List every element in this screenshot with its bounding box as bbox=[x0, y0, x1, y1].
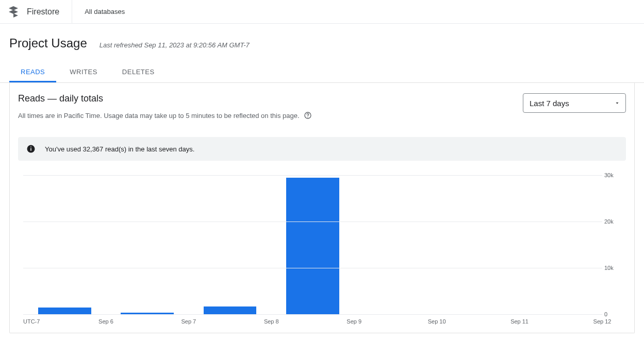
tab-reads[interactable]: READS bbox=[9, 64, 56, 82]
chart-y-tick: 0 bbox=[604, 311, 625, 317]
chart-bars-layer bbox=[23, 175, 602, 314]
chart-y-tick: 30k bbox=[604, 172, 625, 178]
chart-y-tick: 20k bbox=[604, 218, 625, 225]
brand-block: Firestore bbox=[7, 0, 72, 23]
svg-rect-6 bbox=[30, 148, 31, 151]
time-range-value: Last 7 days bbox=[530, 99, 569, 108]
panel-title: Reads — daily totals bbox=[18, 93, 312, 104]
chart-x-axis: UTC-7Sep 6Sep 7Sep 8Sep 9Sep 10Sep 11Sep… bbox=[23, 315, 602, 325]
chart-x-tick: Sep 7 bbox=[181, 318, 196, 325]
usage-banner: You've used 32,367 read(s) in the last s… bbox=[18, 137, 626, 161]
svg-point-4 bbox=[307, 117, 308, 118]
chart-bar bbox=[204, 306, 257, 314]
reads-bar-chart: 010k20k30k UTC-7Sep 6Sep 7Sep 8Sep 9Sep … bbox=[18, 175, 626, 325]
chevron-down-icon bbox=[614, 100, 620, 106]
tabs: READS WRITES DELETES bbox=[0, 64, 644, 83]
panel-note: All times are in Pacific Time. Usage dat… bbox=[18, 112, 300, 120]
panel-note-line: All times are in Pacific Time. Usage dat… bbox=[18, 111, 312, 120]
svg-marker-2 bbox=[13, 13, 18, 18]
database-scope[interactable]: All databases bbox=[85, 8, 125, 15]
tab-writes[interactable]: WRITES bbox=[58, 64, 109, 82]
panel-head-left: Reads — daily totals All times are in Pa… bbox=[18, 93, 312, 120]
tab-deletes[interactable]: DELETES bbox=[111, 64, 166, 82]
usage-banner-text: You've used 32,367 read(s) in the last s… bbox=[45, 145, 194, 153]
chart-gridline bbox=[23, 314, 602, 315]
page-head: Project Usage Last refreshed Sep 11, 202… bbox=[0, 24, 644, 50]
page-title: Project Usage bbox=[9, 36, 87, 50]
last-refreshed: Last refreshed Sep 11, 2023 at 9:20:56 A… bbox=[100, 41, 250, 49]
chart-x-tick: Sep 9 bbox=[346, 318, 361, 325]
chart-x-tick: Sep 12 bbox=[593, 318, 612, 325]
reads-panel: Reads — daily totals All times are in Pa… bbox=[9, 83, 635, 333]
chart-gridline bbox=[23, 268, 602, 268]
page-content: Project Usage Last refreshed Sep 11, 202… bbox=[0, 24, 644, 333]
chart-x-tick: Sep 10 bbox=[428, 318, 446, 325]
topbar: Firestore All databases bbox=[0, 0, 644, 24]
info-icon bbox=[26, 144, 36, 154]
svg-rect-7 bbox=[30, 147, 31, 148]
svg-marker-0 bbox=[9, 6, 18, 10]
chart-gridline bbox=[23, 221, 602, 222]
chart-x-tick: Sep 11 bbox=[510, 318, 529, 325]
chart-x-tick: UTC-7 bbox=[23, 318, 40, 325]
brand-name: Firestore bbox=[27, 7, 59, 16]
chart-bar bbox=[38, 308, 91, 315]
help-icon[interactable] bbox=[304, 111, 312, 120]
chart-gridline bbox=[23, 175, 602, 176]
chart-y-tick: 10k bbox=[604, 265, 625, 271]
firestore-icon bbox=[7, 6, 20, 18]
svg-marker-1 bbox=[9, 10, 18, 14]
chart-plot-area: 010k20k30k bbox=[23, 175, 602, 314]
time-range-select[interactable]: Last 7 days bbox=[523, 93, 626, 113]
panel-head: Reads — daily totals All times are in Pa… bbox=[18, 93, 626, 120]
chart-x-tick: Sep 8 bbox=[264, 318, 279, 325]
chart-bar bbox=[286, 178, 339, 315]
chart-x-tick: Sep 6 bbox=[98, 318, 113, 325]
